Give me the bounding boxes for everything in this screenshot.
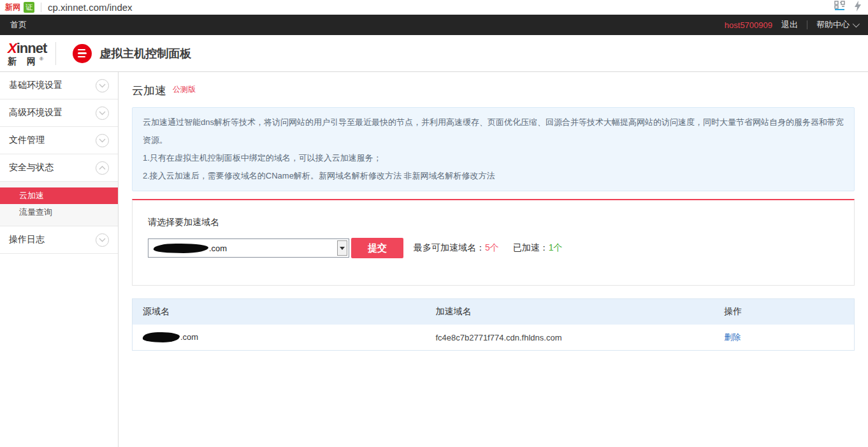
chevron-down-circle-icon [96, 233, 109, 247]
selected-domain-suffix: .com [209, 244, 227, 253]
table-header-row: 源域名 加速域名 操作 [133, 299, 854, 325]
col-header-accelerated-domain: 加速域名 [435, 306, 724, 318]
sidebar-item-file-management[interactable]: 文件管理 [0, 127, 118, 154]
qr-code-icon[interactable] [834, 1, 845, 14]
accelerated-domains-table: 源域名 加速域名 操作 .com fc4e8c7b2771f774.cdn.fh… [132, 298, 855, 351]
sidebar: 基础环境设置 高级环境设置 文件管理 安全与状态 云加速 流量查询 操作日志 [0, 72, 119, 447]
col-header-action: 操作 [724, 306, 854, 318]
security-submenu: 云加速 流量查询 [0, 182, 118, 226]
submit-button[interactable]: 提交 [351, 238, 403, 258]
address-bar[interactable]: cp.xinnet.com/index [48, 2, 133, 13]
chevron-down-icon [853, 20, 860, 27]
help-center-label: 帮助中心 [816, 19, 850, 31]
non-xinnet-dns-method-link[interactable]: 非新网域名解析修改方法 [404, 171, 495, 180]
cdn-domain-cell: fc4e8c7b2771f774.cdn.fhldns.com [435, 333, 724, 342]
censored-domain [154, 244, 208, 253]
info-box: 云加速通过智能dns解析等技术，将访问网站的用户引导至最近最快的节点，并利用高速… [132, 107, 855, 191]
select-domain-label: 请选择要加速域名 [148, 217, 839, 228]
info-line-2: 1.只有在虚拟主机控制面板中绑定的域名，可以接入云加速服务； [143, 149, 844, 167]
cert-badge-icon: 证 [24, 2, 34, 13]
source-domain-suffix: .com [180, 332, 198, 342]
logo-x: X [8, 40, 17, 56]
help-center-menu[interactable]: 帮助中心 [816, 19, 858, 31]
sidebar-item-label: 操作日志 [9, 234, 45, 245]
chevron-down-circle-icon [96, 106, 109, 120]
sidebar-item-label: 安全与状态 [9, 162, 54, 173]
acceleration-form: 请选择要加速域名 .com 提交 最多可加速域名：5个已加速：1个 [132, 199, 855, 286]
sidebar-item-security-status[interactable]: 安全与状态 [0, 154, 118, 182]
col-header-source-domain: 源域名 [133, 306, 435, 318]
logo-rest: innet [17, 40, 47, 56]
panel-title: 虚拟主机控制面板 [99, 46, 191, 61]
delete-link[interactable]: 删除 [724, 332, 741, 342]
chevron-up-circle-icon [96, 161, 109, 175]
used-value: 1个 [549, 242, 563, 253]
sidebar-item-label: 文件管理 [9, 135, 45, 146]
domain-select[interactable]: .com [148, 238, 349, 258]
sidebar-subitem-cloud-acceleration[interactable]: 云加速 [0, 187, 118, 204]
url-divider [41, 3, 41, 12]
table-row: .com fc4e8c7b2771f774.cdn.fhldns.com 删除 [133, 325, 854, 350]
server-list-icon [73, 44, 92, 63]
main-content: 云加速 公测版 云加速通过智能dns解析等技术，将访问网站的用户引导至最近最快的… [119, 72, 868, 447]
chevron-down-circle-icon [96, 79, 109, 92]
sidebar-item-advanced-env[interactable]: 高级环境设置 [0, 99, 118, 127]
logo-cn: 新 网 [8, 56, 40, 66]
quota-label: 最多可加速域名： [414, 242, 485, 253]
quota-info: 最多可加速域名：5个已加速：1个 [414, 242, 563, 254]
app-header: Xinnet 新 网® 虚拟主机控制面板 [0, 35, 868, 72]
info-line-3: 2.接入云加速后，需要修改域名的CName解析。新网域名解析修改方法 非新网域名… [143, 167, 844, 185]
info-line-3-text: 2.接入云加速后，需要修改域名的CName解析。 [143, 171, 319, 180]
browser-bar: 新网 证 cp.xinnet.com/index [0, 0, 868, 15]
select-dropdown-arrow-icon[interactable] [337, 240, 347, 256]
nav-home-link[interactable]: 首页 [10, 19, 27, 31]
censored-domain [143, 332, 180, 342]
quota-value: 5个 [485, 242, 499, 253]
beta-badge: 公测版 [173, 84, 196, 95]
top-nav: 首页 host5700909 退出 帮助中心 [0, 15, 868, 35]
page-title: 云加速 [132, 83, 166, 98]
logout-link[interactable]: 退出 [781, 19, 798, 31]
nav-divider [807, 20, 807, 29]
sidebar-item-operation-log[interactable]: 操作日志 [0, 226, 118, 254]
site-label: 新网 [5, 2, 20, 13]
info-line-1: 云加速通过智能dns解析等技术，将访问网站的用户引导至最近最快的节点，并利用高速… [143, 114, 844, 149]
sidebar-item-label: 基础环境设置 [9, 80, 62, 91]
sidebar-item-label: 高级环境设置 [9, 107, 62, 119]
header-divider [55, 42, 56, 65]
logo-registered-mark: ® [40, 56, 43, 62]
source-domain-cell: .com [133, 332, 435, 343]
username[interactable]: host5700909 [725, 20, 772, 30]
xinnet-logo: Xinnet 新 网® [8, 41, 47, 66]
sidebar-subitem-traffic-query[interactable]: 流量查询 [0, 204, 118, 221]
used-label: 已加速： [513, 242, 549, 253]
chevron-down-circle-icon [96, 134, 109, 147]
lightning-icon[interactable] [854, 1, 862, 14]
xinnet-dns-method-link[interactable]: 新网域名解析修改方法 [319, 171, 401, 180]
sidebar-item-basic-env[interactable]: 基础环境设置 [0, 72, 118, 99]
